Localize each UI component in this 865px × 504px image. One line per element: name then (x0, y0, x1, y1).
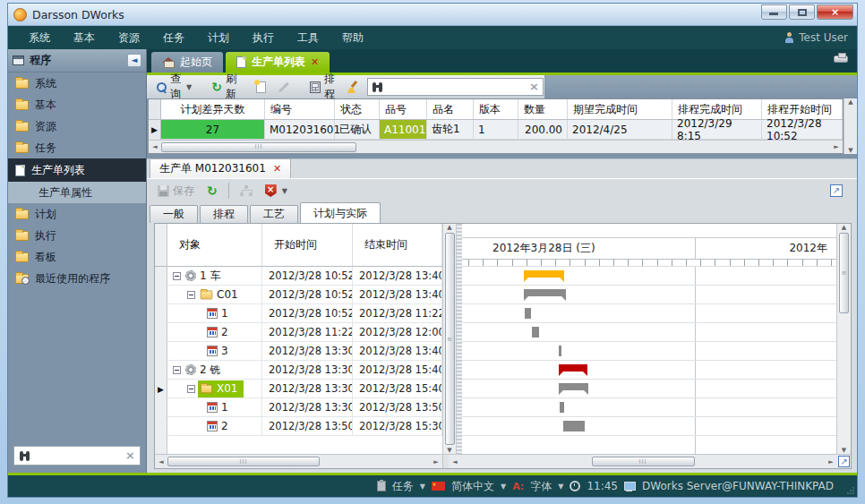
close-tab-icon[interactable]: ✕ (273, 165, 281, 174)
sidebar-item-7[interactable]: 执行 (8, 225, 146, 246)
plan-table-hscrollbar[interactable]: ◄ III ► (155, 455, 443, 468)
plan-col-header-0[interactable]: 对象 (167, 224, 262, 266)
menu-item-1[interactable]: 基本 (62, 27, 107, 49)
plan-row-0[interactable]: 1 车 2012/3/28 10:52 2012/3/28 13:40 (167, 267, 442, 286)
expand-gantt-icon[interactable]: ↗ (838, 456, 850, 467)
scroll-down-icon[interactable]: ▼ (838, 447, 851, 454)
status-language[interactable]: 简体中文▼ (451, 479, 506, 494)
scroll-left-icon[interactable]: ◄ (449, 458, 461, 466)
menu-item-7[interactable]: 帮助 (330, 27, 375, 49)
plan-col-header-1[interactable]: 开始时间 (262, 224, 353, 266)
menu-item-0[interactable]: 系统 (17, 27, 62, 49)
grid-col-header-7[interactable]: 期望完成时间 (568, 99, 672, 119)
menu-item-2[interactable]: 资源 (107, 27, 151, 49)
scroll-down-icon[interactable]: ▼ (844, 147, 857, 154)
clear-search-icon[interactable]: × (529, 82, 539, 91)
doc-tab-1[interactable]: 生产单列表✕ (226, 52, 330, 73)
sidebar-search-box[interactable]: × (13, 446, 141, 466)
cancel-confirm-button[interactable]: ×▼ (261, 183, 291, 199)
gantt-bar[interactable] (559, 346, 561, 356)
plan-row-2[interactable]: 1 2012/3/28 10:52 2012/3/28 11:22 (167, 304, 442, 323)
subtab-3[interactable]: 计划与实际 (300, 202, 381, 223)
gantt-bar[interactable] (524, 289, 566, 296)
plan-col-header-2[interactable]: 结束时间 (353, 224, 442, 266)
sidebar-collapse-button[interactable]: ◄ (127, 54, 141, 67)
sidebar-item-4[interactable]: 生产单列表 (8, 158, 146, 182)
minimize-button[interactable] (761, 4, 787, 20)
menu-item-5[interactable]: 执行 (241, 27, 286, 49)
new-button[interactable] (253, 80, 270, 95)
plan-row-1[interactable]: C01 2012/3/28 10:52 2012/3/28 13:40 (167, 286, 442, 304)
detail-tab[interactable]: 生产单 M012031601 ✕ (150, 158, 291, 178)
scroll-down-icon[interactable]: ▼ (443, 447, 456, 454)
grid-vscrollbar[interactable]: ▲ ▼ (844, 98, 857, 154)
edit-button[interactable] (274, 84, 294, 90)
scroll-left-icon[interactable]: ◄ (155, 458, 167, 466)
grid-col-header-3[interactable]: 品号 (380, 99, 427, 119)
plan-row-7[interactable]: 1 2012/3/28 13:30 2012/3/28 13:50 (167, 398, 442, 417)
subtab-1[interactable]: 排程 (200, 205, 248, 223)
menu-item-6[interactable]: 工具 (286, 27, 330, 49)
resize-grip[interactable] (847, 487, 854, 494)
plan-row-5[interactable]: 2 铣 2012/3/28 13:30 2012/3/28 15:40 (167, 361, 442, 380)
collapse-icon[interactable] (187, 385, 195, 393)
grid-col-header-4[interactable]: 品名 (427, 99, 474, 119)
save-button[interactable]: 保存 (154, 182, 198, 201)
gantt-bar[interactable] (525, 308, 531, 319)
sidebar-item-8[interactable]: 看板 (8, 246, 146, 268)
plan-row-4[interactable]: 3 2012/3/28 13:30 2012/3/28 13:40 (167, 342, 442, 361)
grid-search-input[interactable] (387, 80, 526, 94)
scroll-up-icon[interactable]: ▲ (443, 224, 456, 231)
grid-col-header-1[interactable]: 编号 (265, 99, 335, 119)
sidebar-search-input[interactable] (30, 448, 125, 463)
table-row[interactable]: ▶27M012031601已确认A11001齿轮11200.002012/4/2… (149, 120, 843, 140)
scroll-up-icon[interactable]: ▲ (838, 224, 851, 231)
gantt-bar[interactable] (524, 270, 564, 278)
sidebar-item-6[interactable]: 计划 (8, 203, 146, 225)
printer-icon[interactable] (834, 56, 848, 63)
menu-item-4[interactable]: 计划 (196, 27, 241, 49)
subtab-2[interactable]: 工艺 (250, 205, 298, 223)
status-task[interactable]: 任务▼ (392, 479, 425, 494)
maximize-button[interactable] (789, 4, 815, 20)
gantt-bar[interactable] (559, 383, 588, 390)
scroll-left-icon[interactable]: ◄ (149, 143, 161, 150)
grid-search-box[interactable]: × (367, 78, 544, 96)
close-tab-icon[interactable]: ✕ (311, 58, 319, 67)
plan-row-6[interactable]: X01 2012/3/28 13:30 2012/3/28 15:40 (167, 380, 442, 398)
collapse-icon[interactable] (187, 291, 195, 299)
clean-button[interactable] (343, 79, 363, 95)
collapse-icon[interactable] (173, 366, 181, 374)
gantt-bar[interactable] (559, 364, 587, 372)
gantt-bar[interactable] (560, 402, 564, 413)
sidebar-item-0[interactable]: 系统 (8, 73, 146, 94)
grid-hscrollbar[interactable]: ◄ III ► (149, 140, 843, 153)
gantt-bar[interactable] (532, 327, 539, 337)
sidebar-item-5[interactable]: 生产单属性 (8, 182, 146, 203)
sidebar-item-2[interactable]: 资源 (8, 115, 146, 137)
menu-item-3[interactable]: 任务 (151, 27, 196, 49)
collapse-icon[interactable] (173, 272, 181, 280)
grid-col-header-2[interactable]: 状态 (335, 99, 380, 119)
refresh-detail-button[interactable]: ↻ (203, 184, 221, 198)
sidebar-item-9[interactable]: 最近使用的程序 (8, 268, 146, 289)
subtab-0[interactable]: 一般 (150, 205, 198, 223)
status-font[interactable]: 字体▼ (530, 479, 563, 494)
doc-tab-0[interactable]: 起始页 (151, 52, 223, 73)
plan-row-3[interactable]: 2 2012/3/28 11:22 2012/3/28 12:00 (167, 323, 442, 342)
grid-col-header-0[interactable]: 计划差异天数 (161, 99, 265, 119)
scroll-up-icon[interactable]: ▲ (844, 98, 857, 106)
scroll-right-icon[interactable]: ► (830, 143, 843, 150)
scroll-thumb[interactable]: III (161, 142, 356, 152)
close-button[interactable]: × (817, 4, 853, 20)
clear-search-icon[interactable]: × (125, 451, 135, 460)
scroll-right-icon[interactable]: ► (825, 458, 837, 466)
hierarchy-button[interactable] (236, 184, 256, 199)
grid-col-header-6[interactable]: 数量 (518, 99, 568, 119)
plan-table-vscrollbar[interactable]: ▲ ≡ ▼ (443, 224, 457, 454)
sidebar-item-3[interactable]: 任务 (8, 137, 146, 158)
open-external-icon[interactable]: ↗ (830, 184, 843, 197)
plan-row-8[interactable]: 2 2012/3/28 13:50 2012/3/28 15:30 (167, 417, 442, 436)
gantt-vscrollbar[interactable]: ▲ ≡ ▼ (836, 224, 851, 454)
grid-col-header-5[interactable]: 版本 (474, 99, 518, 119)
